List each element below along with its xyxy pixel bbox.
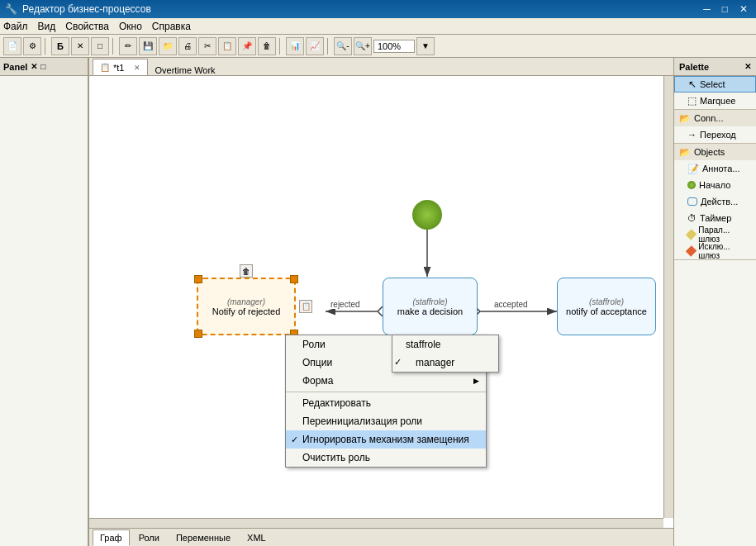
- palette-start-item[interactable]: Начало: [674, 177, 756, 193]
- bottom-tab-roles[interactable]: Роли: [131, 529, 167, 546]
- exclusive-icon: [686, 245, 697, 257]
- palette-action-item[interactable]: Действ...: [674, 193, 756, 210]
- ctx-roles-label: Роли: [302, 339, 326, 350]
- menu-view[interactable]: Вид: [38, 21, 56, 32]
- bottom-tab-variables[interactable]: Переменные: [169, 529, 238, 546]
- window-minimize[interactable]: ─: [700, 3, 714, 15]
- window-close[interactable]: ✕: [736, 3, 751, 15]
- palette-select-label: Select: [700, 79, 725, 89]
- toolbar-pencil[interactable]: ✏: [119, 37, 137, 55]
- ctx-clear-label: Очистить роль: [302, 452, 370, 463]
- bottom-tab-graph[interactable]: Граф: [93, 529, 130, 546]
- palette-parallel-label: Парал... шлюз: [698, 226, 749, 244]
- diagram-canvas[interactable]: rejected accepted 🗑 📋 (manager) Notify o…: [89, 76, 673, 528]
- palette-marquee-item[interactable]: ⬚ Marquee: [674, 93, 756, 109]
- palette-annot-item[interactable]: 📝 Аннота...: [674, 160, 756, 177]
- resize-handle-tl[interactable]: [194, 275, 202, 283]
- resize-handle-bl[interactable]: [194, 330, 202, 338]
- palette-action-label: Действ...: [701, 197, 738, 207]
- transition-icon: →: [687, 130, 697, 140]
- center-area: 📋 *t1 ✕ Overtime Work: [89, 58, 673, 546]
- menu-file[interactable]: Файл: [3, 21, 28, 32]
- ctx-edit-label: Редактировать: [302, 397, 371, 409]
- toolbar-zoom-dropdown[interactable]: ▼: [416, 37, 435, 55]
- toolbar-sep1: [45, 38, 48, 55]
- palette-obj-label: Objects: [694, 147, 725, 157]
- palette-obj-folder-icon: 📂: [679, 147, 691, 158]
- toolbar-open[interactable]: 📁: [159, 37, 177, 55]
- canvas-scrollbar-h[interactable]: [89, 518, 663, 528]
- toolbar-delete[interactable]: 🗑: [258, 37, 276, 55]
- bottom-tab-xml[interactable]: XML: [240, 529, 273, 546]
- palette-parallel-item[interactable]: Парал... шлюз: [674, 226, 756, 243]
- menu-window[interactable]: Окно: [119, 21, 142, 32]
- palette-transition-item[interactable]: → Переход: [674, 126, 756, 143]
- menu-help[interactable]: Справка: [152, 21, 191, 32]
- toolbar-sep4: [327, 38, 330, 55]
- left-panel-close[interactable]: ✕: [31, 62, 37, 71]
- node-notify-acceptance[interactable]: (staffrole) notify of acceptance: [557, 278, 656, 335]
- left-panel-expand[interactable]: □: [40, 62, 45, 71]
- left-panel-title: Panel: [3, 62, 27, 72]
- marquee-icon: ⬚: [687, 95, 697, 107]
- palette-section-objects: 📂 Objects 📝 Аннота... Начало Действ... ⏱…: [674, 144, 756, 260]
- toolbar-copy[interactable]: 📋: [218, 37, 236, 55]
- left-panel: Panel ✕ □: [0, 58, 89, 546]
- toolbar-zoom-out[interactable]: 🔍-: [334, 37, 352, 55]
- node-make-decision[interactable]: (staffrole) make a decision: [383, 278, 478, 335]
- toolbar-print[interactable]: 🖨: [178, 37, 197, 55]
- menu-properties[interactable]: Свойства: [65, 21, 109, 32]
- toolbar-chart1[interactable]: 📊: [286, 37, 304, 55]
- tab-diagram-title: Overtime Work: [155, 65, 215, 75]
- left-panel-header: Panel ✕ □: [0, 58, 88, 76]
- toolbar-close-panel[interactable]: ✕: [71, 37, 89, 55]
- toolbar-expand[interactable]: □: [91, 37, 109, 55]
- ctx-form-label: Форма: [302, 375, 333, 387]
- sub-staffrole[interactable]: staffrole: [392, 335, 498, 354]
- toolbar: 📄 ⚙ Б ✕ □ ✏ 💾 📁 🖨 ✂ 📋 📌 🗑 📊 📈 🔍- 🔍+ 100%…: [0, 35, 756, 58]
- node1-role: (manager): [227, 297, 265, 306]
- sub-manager-check: ✓: [394, 357, 402, 368]
- window-maximize[interactable]: □: [719, 3, 731, 15]
- delete-node-btn[interactable]: 🗑: [240, 264, 253, 278]
- ctx-reinit-label: Переинициализация роли: [302, 415, 422, 427]
- node3-role: (staffrole): [589, 297, 624, 306]
- tab-t1[interactable]: 📋 *t1 ✕: [93, 59, 148, 75]
- toolbar-save[interactable]: 💾: [139, 37, 157, 55]
- ctx-ignore[interactable]: Игнорировать механизм замещения: [286, 430, 486, 449]
- node1-label: Notify of rejected: [212, 306, 281, 316]
- palette-close[interactable]: ✕: [744, 62, 751, 71]
- toolbar-paste[interactable]: 📌: [238, 37, 256, 55]
- sub-manager[interactable]: ✓ manager: [392, 354, 498, 372]
- toolbar-zoom-in[interactable]: 🔍+: [354, 37, 372, 55]
- palette-timer-item[interactable]: ⏱ Таймер: [674, 210, 756, 226]
- zoom-input[interactable]: 100%: [373, 40, 415, 53]
- toolbar-b[interactable]: Б: [51, 37, 69, 55]
- node-notify-rejected[interactable]: 🗑 📋 (manager) Notify of rejected: [197, 278, 296, 335]
- toolbar-new[interactable]: 📄: [3, 37, 21, 55]
- timer-icon: ⏱: [687, 213, 697, 223]
- palette-header: Palette ✕: [674, 58, 756, 76]
- toolbar-cut[interactable]: ✂: [198, 37, 216, 55]
- node-copy-btn[interactable]: 📋: [299, 300, 312, 313]
- palette-conn-header[interactable]: 📂 Conn...: [674, 110, 756, 126]
- menubar: Файл Вид Свойства Окно Справка: [0, 18, 756, 35]
- toolbar-chart2[interactable]: 📈: [306, 37, 324, 55]
- bottom-tabs: Граф Роли Переменные XML: [89, 528, 673, 546]
- ctx-form[interactable]: Форма: [286, 372, 486, 390]
- tab-close[interactable]: ✕: [134, 64, 140, 72]
- titlebar: 🔧 Редактор бизнес-процессов ─ □ ✕: [0, 0, 756, 18]
- toolbar-settings[interactable]: ⚙: [23, 37, 41, 55]
- ctx-options-label: Опции: [302, 357, 332, 368]
- palette-exclusive-label: Исклю... шлюз: [698, 242, 749, 260]
- palette-select-item[interactable]: ↖ Select: [674, 76, 756, 93]
- palette-section-select: ↖ Select ⬚ Marquee: [674, 76, 756, 110]
- palette-exclusive-item[interactable]: Исклю... шлюз: [674, 243, 756, 259]
- ctx-edit[interactable]: Редактировать: [286, 394, 486, 412]
- palette-obj-header[interactable]: 📂 Objects: [674, 144, 756, 160]
- resize-handle-tr[interactable]: [290, 275, 298, 283]
- node-start[interactable]: [412, 200, 442, 230]
- canvas-scrollbar-v[interactable]: [663, 76, 673, 518]
- ctx-reinit[interactable]: Переинициализация роли: [286, 412, 486, 430]
- ctx-clear[interactable]: Очистить роль: [286, 449, 486, 467]
